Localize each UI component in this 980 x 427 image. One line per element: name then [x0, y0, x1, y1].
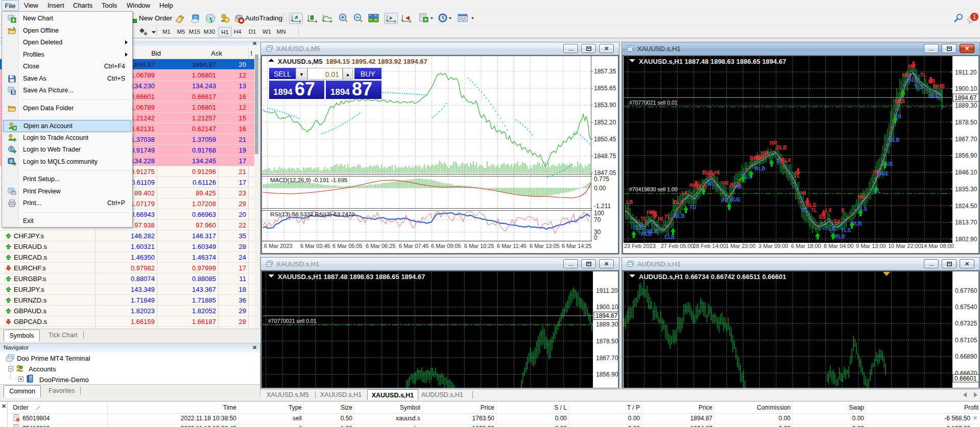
svg-text:HM: HM — [760, 150, 769, 156]
svg-text:1894.15 1895.42 1893.92 1894.6: 1894.15 1895.42 1893.92 1894.67 — [326, 58, 427, 65]
svg-text:0.67325: 0.67325 — [955, 320, 977, 327]
svg-text:14 Mar 08:00: 14 Mar 08:00 — [921, 243, 954, 249]
svg-text:8 Mar 04:00: 8 Mar 04:00 — [824, 243, 854, 249]
svg-text:LX: LX — [681, 190, 688, 196]
svg-text:1846.10: 1846.10 — [955, 169, 977, 176]
svg-text:XAUUSD.s,H1 1887.48 1898.63 1: XAUUSD.s,H1 1887.48 1898.63 1886.65 1894… — [278, 273, 425, 281]
svg-text:6 Mar 18:00: 6 Mar 18:00 — [791, 243, 821, 249]
svg-text:1853.90: 1853.90 — [594, 102, 616, 109]
svg-text:WLB: WLB — [673, 213, 685, 219]
svg-text:TLS: TLS — [914, 84, 924, 90]
svg-text:6 Mar 13:05: 6 Mar 13:05 — [530, 243, 560, 249]
svg-text:DooPrime-Demo: DooPrime-Demo — [39, 376, 89, 384]
svg-text:6 Mar 05:05: 6 Mar 05:05 — [332, 243, 363, 249]
svg-text:6 Mar 06:25: 6 Mar 06:25 — [366, 243, 396, 249]
svg-text:0.775: 0.775 — [594, 175, 609, 183]
svg-text:X: X — [841, 208, 845, 213]
svg-text:0.66890: 0.66890 — [955, 353, 977, 360]
svg-text:0.67105: 0.67105 — [955, 337, 977, 344]
svg-text:27 Feb 05:00: 27 Feb 05:00 — [661, 243, 694, 249]
svg-text:BUE: BUE — [730, 197, 740, 203]
svg-text:9 Mar 13:00: 9 Mar 13:00 — [856, 243, 886, 249]
svg-text:BUE: BUE — [878, 171, 889, 177]
svg-text:23 Feb 2023: 23 Feb 2023 — [624, 243, 656, 249]
svg-text:0.00: 0.00 — [594, 185, 606, 192]
svg-text:6 Mar 09:05: 6 Mar 09:05 — [431, 243, 461, 249]
svg-text:1856.90: 1856.90 — [596, 371, 618, 378]
svg-text:TU: TU — [689, 205, 696, 210]
svg-text:TU: TU — [801, 207, 807, 213]
svg-text:1900.10: 1900.10 — [955, 85, 977, 92]
svg-text:TLS: TLS — [841, 228, 851, 233]
svg-text:0.67760: 0.67760 — [955, 287, 977, 294]
svg-text:1889.30: 1889.30 — [955, 102, 977, 109]
svg-text:-1.211: -1.211 — [594, 203, 611, 210]
svg-text:70: 70 — [594, 216, 601, 223]
svg-text:BLB: BLB — [889, 137, 900, 143]
svg-text:BLB: BLB — [908, 77, 919, 83]
svg-text:0.66601: 0.66601 — [954, 375, 977, 382]
svg-text:BLB: BLB — [776, 145, 787, 150]
svg-text:HI: HI — [689, 183, 695, 188]
svg-text:1: 1 — [973, 13, 976, 20]
svg-text:1848.75: 1848.75 — [594, 153, 616, 160]
svg-text:1855.65: 1855.65 — [594, 85, 616, 92]
svg-text:TL: TL — [640, 216, 647, 222]
svg-text:PR: PR — [735, 184, 743, 190]
svg-text:1835.30: 1835.30 — [955, 186, 977, 193]
svg-text:RSI(13) 58.5332 RSI(3) 63.747: RSI(13) 58.5332 RSI(3) 63.7470 — [270, 211, 355, 217]
svg-text:6 Mar 11:45: 6 Mar 11:45 — [497, 243, 527, 249]
svg-text:BLS: BLS — [895, 98, 905, 104]
svg-text:1894.67: 1894.67 — [954, 94, 977, 102]
svg-text:#70419830 sell 1.00: #70419830 sell 1.00 — [629, 186, 678, 192]
svg-text:100: 100 — [594, 210, 604, 217]
svg-text:1850.45: 1850.45 — [594, 136, 616, 143]
svg-text:TL: TL — [664, 214, 671, 220]
svg-text:BLB: BLB — [755, 166, 766, 171]
svg-text:BHB: BHB — [934, 84, 945, 89]
svg-text:6 Mar 03:45: 6 Mar 03:45 — [300, 243, 330, 249]
svg-text:6 Mar 2023: 6 Mar 2023 — [264, 243, 293, 249]
svg-text:CLB: CLB — [633, 225, 643, 231]
svg-text:Accounts: Accounts — [29, 365, 56, 373]
svg-text:MACD(12,26,9) -0.191 -1.695: MACD(12,26,9) -0.191 -1.695 — [270, 177, 348, 183]
svg-text:Doo Prime MT4 Terminal: Doo Prime MT4 Terminal — [17, 355, 90, 362]
svg-text:1856.90: 1856.90 — [955, 152, 977, 159]
svg-text:10 Mar 22:00: 10 Mar 22:00 — [888, 243, 921, 249]
svg-text:LX: LX — [784, 158, 791, 163]
svg-text:6 Mar 14:25: 6 Mar 14:25 — [562, 243, 592, 249]
svg-text:CLB: CLB — [664, 234, 675, 240]
svg-text:HR: HR — [857, 194, 865, 200]
svg-text:LB: LB — [626, 199, 633, 205]
svg-text:BLS: BLS — [673, 199, 683, 205]
svg-text:1857.35: 1857.35 — [594, 68, 616, 75]
svg-text:#70770021 sell 0.01: #70770021 sell 0.01 — [268, 318, 317, 324]
svg-text:1802.90: 1802.90 — [955, 236, 977, 243]
svg-text:TL: TL — [811, 208, 817, 213]
svg-text:WLB: WLB — [833, 234, 845, 239]
svg-text:1889.30: 1889.30 — [596, 321, 618, 328]
svg-text:HI: HI — [801, 190, 806, 196]
svg-text:1852.20: 1852.20 — [594, 119, 616, 126]
svg-text:HI: HI — [714, 170, 720, 175]
svg-text:1878.50: 1878.50 — [955, 119, 977, 126]
svg-text:XAUUSD.s,M5: XAUUSD.s,M5 — [278, 58, 322, 65]
svg-text:1878.50: 1878.50 — [596, 338, 618, 345]
svg-text:WLB: WLB — [647, 229, 658, 234]
svg-text:1867.70: 1867.70 — [596, 355, 618, 362]
svg-text:S: S — [9, 159, 12, 164]
svg-text:TL: TL — [920, 72, 926, 78]
svg-text:1911.20: 1911.20 — [596, 287, 618, 294]
svg-text:TLS: TLS — [825, 226, 835, 232]
svg-text:TLS: TLS — [857, 206, 867, 212]
svg-text:1894.67: 1894.67 — [595, 312, 618, 319]
svg-text:1813.70: 1813.70 — [955, 219, 977, 226]
svg-text:6 Mar 10:25: 6 Mar 10:25 — [464, 243, 494, 249]
svg-text:3 Mar 09:00: 3 Mar 09:00 — [758, 243, 788, 249]
svg-text:LX: LX — [825, 208, 832, 213]
svg-text:HI: HI — [658, 216, 663, 222]
svg-text:SX: SX — [833, 219, 841, 224]
svg-text:0: 0 — [594, 234, 597, 241]
svg-text:AUDUSD.s,H1 0.66734 0.66742 0: AUDUSD.s,H1 0.66734 0.66742 0.66511 0.66… — [639, 273, 786, 281]
svg-text:#70770021 sell 0.01: #70770021 sell 0.01 — [629, 99, 678, 106]
